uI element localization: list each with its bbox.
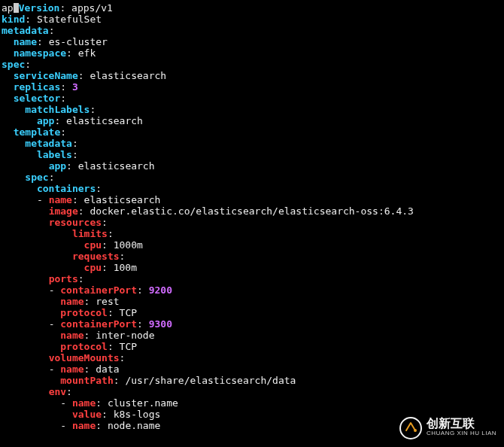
key-volumeMounts: volumeMounts bbox=[49, 352, 120, 363]
key-e2-name: name bbox=[72, 420, 96, 431]
val-md-name: es-cluster bbox=[49, 36, 108, 47]
key-p1-protocol: protocol bbox=[60, 307, 108, 318]
key-apiVersion: Version bbox=[19, 2, 60, 14]
key-tl-app: app bbox=[49, 160, 66, 172]
key-template-spec: spec bbox=[25, 172, 48, 183]
key-p1-containerPort: containerPort bbox=[60, 284, 137, 296]
val-ml-app: elasticsearch bbox=[66, 115, 143, 126]
key-md-namespace: namespace bbox=[14, 47, 66, 59]
val-vm-name: data bbox=[96, 363, 119, 375]
key-serviceName: serviceName bbox=[14, 70, 78, 81]
val-p1-name: rest bbox=[96, 296, 119, 307]
val-p2-protocol: TCP bbox=[120, 341, 137, 352]
key-p2-protocol: protocol bbox=[60, 341, 108, 352]
val-container-image: docker.elastic.co/elasticsearch/elastics… bbox=[90, 205, 413, 217]
key-p2-name: name bbox=[60, 330, 83, 341]
key-replicas: replicas bbox=[14, 81, 61, 93]
key-ml-app: app bbox=[37, 115, 54, 126]
key-e1-value: value bbox=[72, 409, 102, 420]
val-serviceName: elasticsearch bbox=[90, 70, 166, 81]
brand-name-en: CHUANG XIN HU LIAN bbox=[427, 427, 496, 439]
key-kind: kind bbox=[2, 14, 25, 25]
key-containers: containers bbox=[37, 183, 96, 194]
val-p2-containerPort: 9300 bbox=[149, 318, 172, 330]
key-env: env bbox=[49, 386, 66, 397]
val-container-name: elasticsearch bbox=[84, 194, 161, 205]
val-e1-value: k8s-logs bbox=[114, 409, 161, 420]
watermark-logo: 创新互联 CHUANG XIN HU LIAN bbox=[399, 417, 496, 439]
val-p2-name: inter-node bbox=[96, 330, 154, 341]
svg-point-0 bbox=[400, 418, 421, 439]
key-container-name: name bbox=[49, 194, 72, 205]
key-ports: ports bbox=[49, 273, 78, 284]
key-selector: selector bbox=[14, 93, 61, 104]
key-metadata: metadata bbox=[2, 25, 49, 36]
key-template-labels: labels bbox=[37, 149, 72, 160]
key-md-name: name bbox=[14, 36, 37, 47]
terminal-yaml-content: apVersion: apps/v1 kind: StatefulSet met… bbox=[2, 2, 414, 431]
key-p2-containerPort: containerPort bbox=[60, 318, 137, 330]
val-apiVersion: apps/v1 bbox=[71, 2, 113, 14]
key-requests-cpu: cpu bbox=[84, 262, 102, 273]
val-replicas: 3 bbox=[72, 81, 78, 93]
val-md-namespace: efk bbox=[78, 47, 96, 59]
val-vm-mountPath: /usr/share/elasticsearch/data bbox=[125, 375, 296, 386]
key-requests: requests bbox=[72, 251, 120, 262]
key-resources: resources bbox=[49, 217, 102, 228]
logo-icon bbox=[399, 417, 422, 439]
key-limits-cpu: cpu bbox=[84, 239, 102, 251]
val-e2-name: node.name bbox=[108, 420, 160, 431]
val-tl-app: elasticsearch bbox=[78, 160, 155, 172]
key-template: template bbox=[14, 126, 61, 138]
text-cursor bbox=[14, 3, 19, 13]
key-vm-mountPath: mountPath bbox=[60, 375, 113, 386]
key-container-image: image bbox=[49, 205, 78, 217]
key-matchLabels: matchLabels bbox=[25, 104, 90, 115]
key-e1-name: name bbox=[72, 397, 96, 409]
key-vm-name: name bbox=[60, 363, 83, 375]
key-p1-name: name bbox=[60, 296, 83, 307]
key-spec: spec bbox=[2, 59, 25, 70]
svg-point-1 bbox=[414, 429, 417, 432]
val-p1-containerPort: 9200 bbox=[149, 284, 172, 296]
val-e1-name: cluster.name bbox=[108, 397, 178, 409]
val-requests-cpu: 100m bbox=[114, 262, 137, 273]
val-limits-cpu: 1000m bbox=[114, 239, 143, 251]
val-p1-protocol: TCP bbox=[120, 307, 137, 318]
key-template-metadata: metadata bbox=[25, 138, 72, 149]
key-limits: limits bbox=[72, 228, 108, 239]
val-kind: StatefulSet bbox=[37, 14, 102, 25]
